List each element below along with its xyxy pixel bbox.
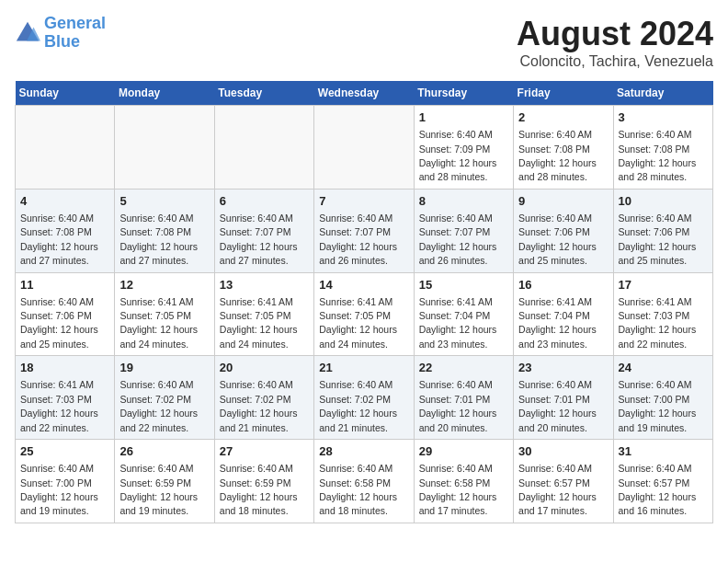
subtitle: Coloncito, Tachira, Venezuela: [517, 53, 713, 70]
calendar-cell: 11Sunrise: 6:40 AMSunset: 7:06 PMDayligh…: [16, 272, 115, 356]
calendar-table: SundayMondayTuesdayWednesdayThursdayFrid…: [15, 81, 713, 523]
calendar-cell: 7Sunrise: 6:40 AMSunset: 7:07 PMDaylight…: [314, 189, 414, 272]
day-info: Sunrise: 6:40 AMSunset: 7:08 PMDaylight:…: [518, 129, 597, 182]
calendar-cell: 29Sunrise: 6:40 AMSunset: 6:58 PMDayligh…: [414, 440, 513, 523]
calendar-cell: 21Sunrise: 6:40 AMSunset: 7:02 PMDayligh…: [314, 356, 414, 440]
calendar-cell: 4Sunrise: 6:40 AMSunset: 7:08 PMDaylight…: [16, 189, 115, 272]
day-info: Sunrise: 6:40 AMSunset: 6:58 PMDaylight:…: [419, 463, 497, 516]
day-info: Sunrise: 6:40 AMSunset: 6:57 PMDaylight:…: [518, 463, 597, 516]
header-thursday: Thursday: [414, 81, 513, 106]
calendar-cell: 20Sunrise: 6:40 AMSunset: 7:02 PMDayligh…: [214, 356, 313, 440]
calendar-cell: 28Sunrise: 6:40 AMSunset: 6:58 PMDayligh…: [314, 440, 414, 523]
day-number: 26: [119, 443, 209, 460]
day-number: 14: [319, 277, 408, 293]
day-number: 8: [419, 193, 508, 210]
day-number: 18: [20, 360, 109, 376]
calendar-cell: [314, 106, 414, 190]
week-row-1: 1Sunrise: 6:40 AMSunset: 7:09 PMDaylight…: [16, 106, 713, 190]
day-number: 12: [119, 277, 209, 293]
day-info: Sunrise: 6:40 AMSunset: 7:02 PMDaylight:…: [119, 379, 198, 432]
week-row-2: 4Sunrise: 6:40 AMSunset: 7:08 PMDaylight…: [16, 189, 713, 272]
day-info: Sunrise: 6:40 AMSunset: 7:00 PMDaylight:…: [619, 379, 697, 432]
week-row-4: 18Sunrise: 6:41 AMSunset: 7:03 PMDayligh…: [16, 356, 713, 440]
calendar-cell: 27Sunrise: 6:40 AMSunset: 6:59 PMDayligh…: [214, 440, 313, 523]
day-number: 24: [619, 360, 708, 376]
calendar-cell: 10Sunrise: 6:40 AMSunset: 7:06 PMDayligh…: [613, 189, 712, 272]
day-info: Sunrise: 6:40 AMSunset: 7:06 PMDaylight:…: [619, 213, 697, 266]
calendar-cell: 19Sunrise: 6:40 AMSunset: 7:02 PMDayligh…: [115, 356, 214, 440]
header-friday: Friday: [514, 81, 613, 106]
day-number: 17: [619, 277, 708, 293]
day-info: Sunrise: 6:41 AMSunset: 7:05 PMDaylight:…: [220, 296, 298, 350]
week-row-5: 25Sunrise: 6:40 AMSunset: 7:00 PMDayligh…: [16, 440, 713, 523]
header-wednesday: Wednesday: [314, 81, 414, 106]
day-info: Sunrise: 6:40 AMSunset: 7:08 PMDaylight:…: [20, 213, 98, 266]
calendar-cell: 1Sunrise: 6:40 AMSunset: 7:09 PMDaylight…: [414, 106, 513, 190]
day-info: Sunrise: 6:40 AMSunset: 7:02 PMDaylight:…: [319, 379, 397, 432]
page-header: General Blue August 2024 Coloncito, Tach…: [15, 15, 713, 70]
calendar-cell: 25Sunrise: 6:40 AMSunset: 7:00 PMDayligh…: [16, 440, 115, 523]
day-number: 11: [20, 277, 109, 293]
logo-icon: [15, 20, 40, 46]
day-info: Sunrise: 6:40 AMSunset: 7:07 PMDaylight:…: [220, 213, 298, 266]
header-saturday: Saturday: [613, 81, 712, 106]
header-tuesday: Tuesday: [214, 81, 313, 106]
day-info: Sunrise: 6:40 AMSunset: 7:09 PMDaylight:…: [419, 129, 497, 182]
main-title: August 2024: [517, 15, 713, 53]
header-monday: Monday: [115, 81, 214, 106]
logo: General Blue: [15, 15, 106, 52]
calendar-cell: 6Sunrise: 6:40 AMSunset: 7:07 PMDaylight…: [214, 189, 313, 272]
calendar-cell: 12Sunrise: 6:41 AMSunset: 7:05 PMDayligh…: [115, 272, 214, 356]
day-number: 3: [619, 109, 708, 126]
day-number: 25: [20, 443, 109, 460]
calendar-cell: 23Sunrise: 6:40 AMSunset: 7:01 PMDayligh…: [514, 356, 613, 440]
day-info: Sunrise: 6:40 AMSunset: 7:08 PMDaylight:…: [119, 213, 198, 266]
calendar-cell: 13Sunrise: 6:41 AMSunset: 7:05 PMDayligh…: [214, 272, 313, 356]
day-info: Sunrise: 6:40 AMSunset: 7:06 PMDaylight:…: [20, 296, 98, 350]
day-number: 6: [220, 193, 309, 210]
day-number: 2: [518, 109, 608, 126]
day-info: Sunrise: 6:41 AMSunset: 7:03 PMDaylight:…: [619, 296, 697, 350]
calendar-cell: 8Sunrise: 6:40 AMSunset: 7:07 PMDaylight…: [414, 189, 513, 272]
calendar-cell: 16Sunrise: 6:41 AMSunset: 7:04 PMDayligh…: [514, 272, 613, 356]
day-info: Sunrise: 6:41 AMSunset: 7:05 PMDaylight:…: [319, 296, 397, 350]
day-number: 21: [319, 360, 408, 376]
day-info: Sunrise: 6:40 AMSunset: 7:06 PMDaylight:…: [518, 213, 597, 266]
calendar-cell: 17Sunrise: 6:41 AMSunset: 7:03 PMDayligh…: [613, 272, 712, 356]
day-number: 30: [518, 443, 608, 460]
day-info: Sunrise: 6:40 AMSunset: 7:02 PMDaylight:…: [220, 379, 298, 432]
day-info: Sunrise: 6:40 AMSunset: 7:07 PMDaylight:…: [319, 213, 397, 266]
day-info: Sunrise: 6:41 AMSunset: 7:04 PMDaylight:…: [419, 296, 497, 350]
day-number: 31: [619, 443, 708, 460]
calendar-cell: 18Sunrise: 6:41 AMSunset: 7:03 PMDayligh…: [16, 356, 115, 440]
calendar-cell: 30Sunrise: 6:40 AMSunset: 6:57 PMDayligh…: [514, 440, 613, 523]
day-number: 1: [419, 109, 508, 126]
day-info: Sunrise: 6:40 AMSunset: 7:08 PMDaylight:…: [619, 129, 697, 182]
calendar-cell: [115, 106, 214, 190]
day-number: 15: [419, 277, 508, 293]
day-info: Sunrise: 6:40 AMSunset: 6:59 PMDaylight:…: [119, 463, 198, 516]
day-number: 5: [119, 193, 209, 210]
title-block: August 2024 Coloncito, Tachira, Venezuel…: [517, 15, 713, 70]
day-number: 22: [419, 360, 508, 376]
day-info: Sunrise: 6:40 AMSunset: 6:57 PMDaylight:…: [619, 463, 697, 516]
day-info: Sunrise: 6:40 AMSunset: 6:59 PMDaylight:…: [220, 463, 298, 516]
day-info: Sunrise: 6:40 AMSunset: 6:58 PMDaylight:…: [319, 463, 397, 516]
day-number: 27: [220, 443, 309, 460]
day-number: 28: [319, 443, 408, 460]
day-number: 9: [518, 193, 608, 210]
calendar-cell: 26Sunrise: 6:40 AMSunset: 6:59 PMDayligh…: [115, 440, 214, 523]
day-number: 16: [518, 277, 608, 293]
day-info: Sunrise: 6:40 AMSunset: 7:00 PMDaylight:…: [20, 463, 98, 516]
calendar-cell: 14Sunrise: 6:41 AMSunset: 7:05 PMDayligh…: [314, 272, 414, 356]
calendar-cell: [214, 106, 313, 190]
calendar-cell: 22Sunrise: 6:40 AMSunset: 7:01 PMDayligh…: [414, 356, 513, 440]
day-info: Sunrise: 6:40 AMSunset: 7:01 PMDaylight:…: [518, 379, 597, 432]
day-number: 7: [319, 193, 408, 210]
calendar-cell: 24Sunrise: 6:40 AMSunset: 7:00 PMDayligh…: [613, 356, 712, 440]
calendar-cell: 9Sunrise: 6:40 AMSunset: 7:06 PMDaylight…: [514, 189, 613, 272]
day-number: 20: [220, 360, 309, 376]
week-row-3: 11Sunrise: 6:40 AMSunset: 7:06 PMDayligh…: [16, 272, 713, 356]
calendar-cell: 2Sunrise: 6:40 AMSunset: 7:08 PMDaylight…: [514, 106, 613, 190]
calendar-cell: 3Sunrise: 6:40 AMSunset: 7:08 PMDaylight…: [613, 106, 712, 190]
